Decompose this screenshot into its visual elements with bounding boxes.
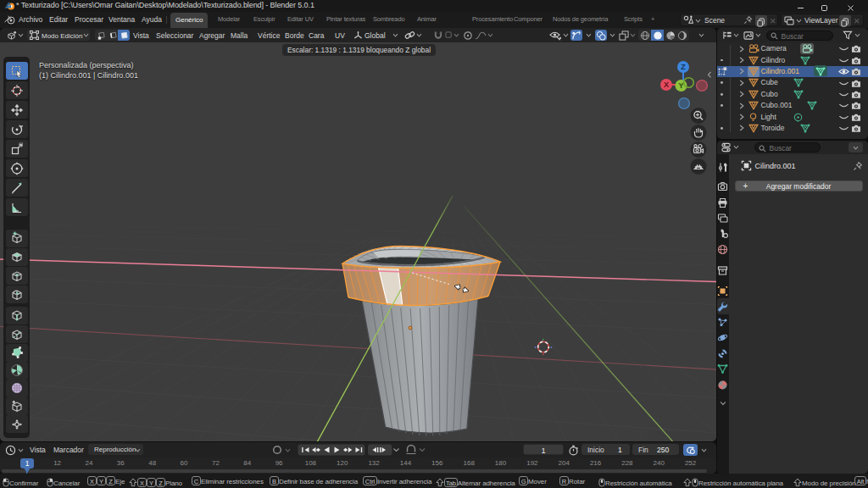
svg-text:X: X bbox=[664, 80, 669, 89]
svg-text:Y: Y bbox=[678, 81, 683, 90]
svg-text:Z: Z bbox=[681, 63, 686, 71]
